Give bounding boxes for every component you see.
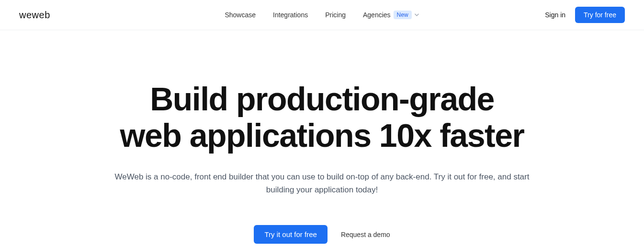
hero-section: Build production-grade web applications … <box>83 30 562 244</box>
header-right: Sign in Try for free <box>545 7 625 23</box>
nav-item-agencies[interactable]: Agencies New <box>363 11 419 19</box>
chevron-down-icon <box>415 12 419 17</box>
nav-item-integrations[interactable]: Integrations <box>273 11 308 19</box>
hero-cta-row: Try it out for free Request a demo <box>83 225 562 244</box>
brand-name: weweb <box>19 10 50 20</box>
hero-title-line1: Build production-grade <box>150 81 494 117</box>
main-nav: Showcase Integrations Pricing Agencies N… <box>225 11 419 19</box>
header-left: weweb <box>19 10 50 21</box>
brand-logo[interactable]: weweb <box>19 10 50 21</box>
try-free-button[interactable]: Try for free <box>575 7 625 23</box>
try-it-out-button[interactable]: Try it out for free <box>254 225 327 244</box>
nav-label: Pricing <box>325 11 346 19</box>
request-demo-link[interactable]: Request a demo <box>341 231 390 238</box>
nav-label: Agencies <box>363 11 391 19</box>
signin-link[interactable]: Sign in <box>545 11 565 19</box>
hero-title-line2: web applications 10x faster <box>120 117 524 154</box>
nav-item-pricing[interactable]: Pricing <box>325 11 346 19</box>
hero-subtitle: WeWeb is a no-code, front end builder th… <box>102 171 542 196</box>
site-header: weweb Showcase Integrations Pricing Agen… <box>0 0 644 30</box>
new-badge: New <box>394 11 412 19</box>
nav-label: Showcase <box>225 11 256 19</box>
nav-label: Integrations <box>273 11 308 19</box>
hero-title: Build production-grade web applications … <box>83 81 562 154</box>
nav-item-showcase[interactable]: Showcase <box>225 11 256 19</box>
